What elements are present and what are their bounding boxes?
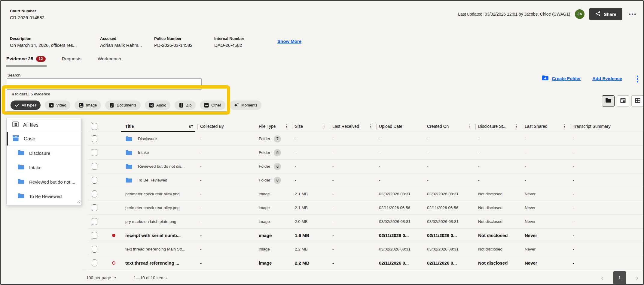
- table-row[interactable]: Reviewed but do not dis...-Folder6------…: [88, 160, 644, 173]
- overflow-menu-icon[interactable]: [629, 14, 636, 15]
- row-title-cell[interactable]: Intake: [121, 146, 198, 159]
- row-title[interactable]: To Be Reviewed: [138, 178, 167, 182]
- tree-item-label: Disclosure: [29, 151, 50, 156]
- filter-chip-all-types[interactable]: All types: [11, 100, 41, 110]
- row-title-cell[interactable]: Reviewed but do not dis...: [121, 160, 198, 173]
- table-row[interactable]: Intake-Folder5-------: [88, 146, 644, 160]
- column-menu-kebab-icon[interactable]: ⋮: [284, 124, 289, 129]
- table-row[interactable]: Disclosure-Folder7-------: [88, 132, 644, 146]
- row-checkbox[interactable]: [92, 218, 97, 225]
- filter-chip-audio[interactable]: Audio: [145, 100, 170, 110]
- tab-workbench[interactable]: Workbench: [98, 55, 121, 67]
- select-all-checkbox[interactable]: [92, 123, 97, 130]
- column-header-size[interactable]: Size⋮: [292, 121, 330, 132]
- panel-resize-handle[interactable]: [77, 199, 81, 205]
- row-title-cell[interactable]: perimeter check rear alley.png: [121, 201, 198, 214]
- row-title-cell[interactable]: pry marks on latch plate.png: [121, 215, 198, 228]
- cell-value: -: [332, 260, 334, 266]
- row-checkbox[interactable]: [92, 163, 97, 170]
- row-title-cell[interactable]: Disclosure: [121, 132, 198, 146]
- grid-view-button[interactable]: [631, 95, 644, 106]
- tree-item-all-files[interactable]: All files: [7, 118, 81, 132]
- cell-value: Never: [525, 233, 537, 238]
- column-header-last-shared[interactable]: Last Shared⋮: [522, 121, 570, 132]
- column-header-upload-date[interactable]: Upload Date: [377, 121, 425, 132]
- column-menu-kebab-icon[interactable]: ⋮: [514, 124, 519, 129]
- row-title[interactable]: Reviewed but do not dis...: [138, 164, 185, 169]
- page-number-button[interactable]: 1: [613, 271, 626, 284]
- table-row[interactable]: To Be Reviewed-Folder8-------: [88, 173, 644, 187]
- table-row[interactable]: receipt with serial numb...-image1.6 MB-…: [88, 229, 644, 242]
- column-menu-kebab-icon[interactable]: ⋮: [562, 124, 567, 129]
- row-title[interactable]: Disclosure: [138, 136, 157, 141]
- table-row[interactable]: text thread referencing ...-image2.2 MB-…: [88, 256, 644, 270]
- row-title-cell[interactable]: text thread referencing Main Str...: [121, 242, 198, 256]
- row-checkbox[interactable]: [92, 135, 97, 142]
- row-checkbox[interactable]: [92, 246, 97, 253]
- row-title[interactable]: receipt with serial numb...: [125, 233, 181, 238]
- row-title[interactable]: text thread referencing ...: [125, 260, 179, 266]
- show-more-link[interactable]: Show More: [277, 39, 301, 44]
- tab-requests[interactable]: Requests: [62, 55, 81, 67]
- table-row[interactable]: perimeter check rear alley.png-image2.1 …: [88, 201, 644, 215]
- row-checkbox[interactable]: [92, 190, 97, 197]
- list-view-button[interactable]: [617, 95, 629, 106]
- row-checkbox[interactable]: [92, 260, 97, 266]
- filter-chip-zip[interactable]: Zip: [175, 100, 196, 110]
- column-menu-kebab-icon[interactable]: ⋮: [322, 124, 326, 129]
- filter-chip-documents[interactable]: Documents: [105, 100, 141, 110]
- row-title[interactable]: perimeter check rear alley.png: [125, 192, 180, 196]
- row-title-cell[interactable]: receipt with serial numb...: [121, 229, 198, 242]
- add-evidence-button[interactable]: Add Evidence: [592, 76, 622, 81]
- row-title-cell[interactable]: text thread referencing ...: [121, 256, 198, 270]
- row-checkbox[interactable]: [92, 204, 97, 211]
- column-header-file-type[interactable]: File Type⋮: [256, 121, 292, 132]
- next-page-icon[interactable]: ›: [634, 274, 640, 281]
- row-title-cell[interactable]: To Be Reviewed: [121, 173, 198, 187]
- row-checkbox[interactable]: [92, 232, 97, 239]
- documents-icon: [109, 103, 114, 108]
- row-cell-last-received: -: [330, 242, 377, 256]
- row-title[interactable]: Intake: [138, 150, 149, 155]
- table-row[interactable]: pry marks on latch plate.png-image2.0 MB…: [88, 215, 644, 229]
- row-checkbox[interactable]: [92, 177, 97, 184]
- table-row[interactable]: perimeter check rear alley.png-image2.1 …: [88, 187, 644, 201]
- tree-item-folder[interactable]: To Be Reviewed: [7, 189, 81, 203]
- search-input[interactable]: [7, 78, 202, 90]
- avatar[interactable]: JA: [575, 9, 584, 19]
- tree-item-folder[interactable]: Reviewed but do not ...: [7, 175, 81, 189]
- column-header-disclosure-st[interactable]: Disclosure St...⋮: [476, 121, 522, 132]
- column-header-transcript-summary[interactable]: Transcript Summary: [570, 121, 644, 132]
- previous-page-icon[interactable]: ‹: [599, 274, 605, 281]
- tree-item-folder[interactable]: Disclosure: [7, 146, 81, 160]
- folder-view-button[interactable]: [602, 95, 615, 106]
- row-title[interactable]: text thread referencing Main Str...: [125, 247, 185, 251]
- column-header-last-received[interactable]: Last Received⋮: [330, 121, 377, 132]
- cell-value: Not disclosed: [478, 247, 502, 251]
- column-header-title[interactable]: Title: [121, 121, 198, 132]
- create-folder-button[interactable]: Create Folder: [542, 75, 581, 82]
- column-header-created-on[interactable]: Created On⋮: [425, 121, 476, 132]
- row-checkbox[interactable]: [92, 149, 97, 156]
- table-row[interactable]: text thread referencing Main Str...-imag…: [88, 242, 644, 256]
- column-menu-kebab-icon[interactable]: ⋮: [368, 124, 373, 129]
- cell-value: -: [427, 150, 429, 155]
- column-header-collected-by[interactable]: Collected By: [198, 121, 256, 132]
- tree-item-folder[interactable]: Intake: [7, 160, 81, 175]
- filter-chip-other[interactable]: Other: [200, 100, 225, 110]
- row-title[interactable]: pry marks on latch plate.png: [125, 219, 176, 224]
- column-menu-kebab-icon[interactable]: ⋮: [468, 124, 472, 129]
- cell-value: Not disclosed: [478, 260, 508, 266]
- filter-chip-image[interactable]: Image: [75, 100, 101, 110]
- items-per-page-select[interactable]: 100 per page ▼: [86, 275, 117, 280]
- share-button[interactable]: Share: [589, 8, 622, 20]
- row-title[interactable]: perimeter check rear alley.png: [125, 206, 180, 210]
- filter-chip-video[interactable]: Video: [45, 100, 70, 110]
- sort-ascending-icon[interactable]: [188, 124, 194, 129]
- filter-chip-moments[interactable]: Moments: [230, 100, 261, 110]
- row-cell-file-type: image: [256, 229, 292, 242]
- tab-evidence[interactable]: Evidence 25 12: [6, 55, 46, 67]
- evidence-overflow-kebab-icon[interactable]: [636, 74, 639, 84]
- tree-item-case[interactable]: Case: [7, 132, 81, 146]
- row-title-cell[interactable]: perimeter check rear alley.png: [121, 187, 198, 201]
